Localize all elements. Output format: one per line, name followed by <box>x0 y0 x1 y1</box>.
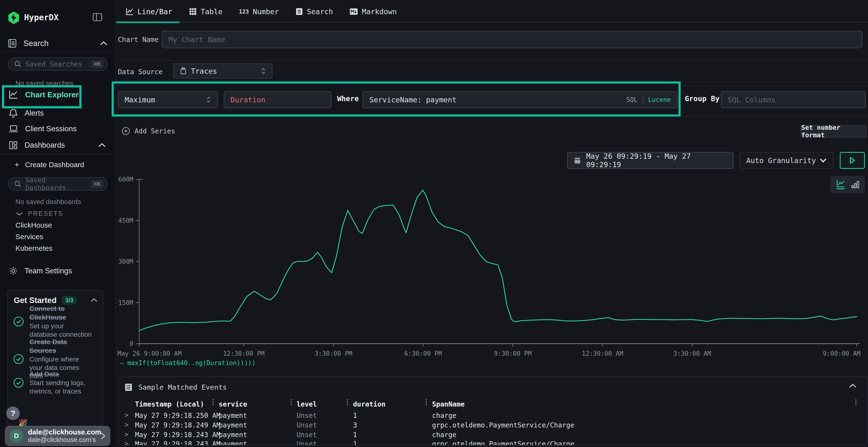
get-started-item-title: Add Data <box>29 370 94 379</box>
add-series-button[interactable]: Add Series <box>122 127 175 135</box>
get-started-item[interactable]: Add Data Start sending logs, metrics, or… <box>13 370 97 396</box>
chart-name-input[interactable] <box>162 31 863 48</box>
cell-duration: 1 <box>353 440 357 446</box>
cell-level: Unset <box>297 440 317 446</box>
cell-duration: 1 <box>353 431 357 439</box>
column-header-service[interactable]: service <box>219 400 247 408</box>
where-value: ServiceName: payment <box>369 96 457 104</box>
tab-number[interactable]: 123 Number <box>230 0 286 23</box>
sample-events-header[interactable]: Sample Matched Events <box>124 383 227 391</box>
select-updown-icon <box>206 96 211 103</box>
sidebar-item-chart-explorer[interactable]: Chart Explorer <box>8 90 81 100</box>
get-started-item-desc: Set up your database connection <box>29 322 94 339</box>
sidebar-item-label: Client Sessions <box>25 125 77 133</box>
sql-toggle[interactable]: SQL <box>626 96 638 103</box>
date-range-picker[interactable]: May 26 09:29:19 - May 27 09:29:19 <box>567 152 734 169</box>
help-button[interactable]: ? <box>6 407 20 420</box>
tab-line-bar[interactable]: Line/Bar <box>116 0 180 23</box>
svg-text:12:30:00 PM: 12:30:00 PM <box>223 350 265 357</box>
tab-label: Search <box>307 7 333 16</box>
get-started-item-title: Create Data Sources <box>29 338 94 355</box>
column-resize-handle[interactable]: ⋮ <box>423 400 430 405</box>
group-by-input[interactable]: SQL Columns <box>721 91 866 108</box>
column-resize-handle[interactable]: ⋮ <box>210 400 217 405</box>
get-started-item-desc: Start sending logs, metrics, or traces <box>29 379 94 396</box>
svg-text:9:00:00 AM: 9:00:00 AM <box>823 350 861 357</box>
collapse-section-icon[interactable] <box>849 383 857 388</box>
row-expand-chevron[interactable]: > <box>124 431 128 438</box>
data-source-select[interactable]: Traces <box>173 64 273 78</box>
no-saved-searches-text: No saved searches <box>16 79 73 87</box>
sidebar-item-team-settings[interactable]: Team Settings <box>9 266 105 276</box>
dashboards-icon <box>9 141 18 150</box>
tab-table[interactable]: Table <box>180 0 230 23</box>
svg-text:600M: 600M <box>118 176 133 183</box>
cell-timestamp: May 27 9:29:18.249 AM <box>135 421 220 429</box>
saved-dashboards-input[interactable]: Saved Dashboards ⌘K <box>8 177 108 191</box>
svg-text:0: 0 <box>129 340 133 347</box>
row-expand-chevron[interactable]: > <box>124 411 128 419</box>
row-expand-chevron[interactable]: > <box>124 440 128 446</box>
presets-header[interactable]: PRESETS <box>16 210 63 217</box>
sidebar-item-client-sessions[interactable]: Client Sessions <box>9 125 105 133</box>
field-input[interactable]: Duration <box>224 91 331 108</box>
table-options-kebab-icon[interactable]: ⋮ <box>852 400 859 405</box>
chevron-up-icon <box>98 143 106 148</box>
sidebar-item-dashboards[interactable]: Dashboards <box>9 141 106 150</box>
preset-item-kubernetes[interactable]: Kubernetes <box>16 244 52 252</box>
line-chart-icon <box>125 7 133 16</box>
sidebar-section-search[interactable]: Search <box>8 38 108 48</box>
play-icon <box>849 157 856 164</box>
get-started-card: Get Started 3/3 Connect to ClickHouse Se… <box>7 290 103 426</box>
column-resize-handle[interactable]: ⋮ <box>344 400 351 405</box>
chevron-up-icon <box>100 41 108 46</box>
preset-item-clickhouse[interactable]: ClickHouse <box>16 221 52 229</box>
cell-timestamp: May 27 9:29:18.243 AM <box>135 440 220 446</box>
get-started-title: Get Started <box>14 296 57 305</box>
cell-service: payment <box>219 440 247 446</box>
tab-search[interactable]: Search <box>286 0 340 23</box>
svg-text:300M: 300M <box>118 258 133 265</box>
search-icon <box>14 61 22 68</box>
get-started-header[interactable]: Get Started 3/3 <box>14 296 98 305</box>
check-circle-icon <box>13 316 24 327</box>
cell-duration: 1 <box>353 412 357 419</box>
column-header-timestamp[interactable]: Timestamp (Local) <box>135 400 204 408</box>
where-input[interactable]: ServiceName: payment SQL | Lucene <box>363 91 678 108</box>
hyperdx-logo-icon <box>8 11 20 24</box>
list-icon <box>124 383 133 391</box>
sidebar-item-label: Dashboards <box>25 141 65 149</box>
table-icon <box>189 7 197 16</box>
aggregation-select[interactable]: Maximum <box>118 91 218 108</box>
user-menu[interactable]: D dale@clickhouse.com dale@clickhouse.co… <box>5 426 111 446</box>
column-header-duration[interactable]: duration <box>353 400 385 408</box>
cell-service: payment <box>219 421 247 429</box>
create-dashboard-button[interactable]: + Create Dashboard <box>14 160 101 169</box>
sidebar: HyperDX Search Sav <box>0 0 116 447</box>
tab-label: Table <box>201 7 222 16</box>
collapse-sidebar-icon[interactable] <box>93 13 102 21</box>
gear-icon <box>9 266 18 276</box>
saved-searches-input[interactable]: Saved Searches ⌘K <box>8 57 108 71</box>
set-number-format-button[interactable]: Set number format <box>801 125 867 138</box>
create-dashboard-label: Create Dashboard <box>25 161 84 169</box>
user-email: dale@clickhouse.com <box>28 428 95 436</box>
tab-markdown[interactable]: Markdown <box>340 0 404 23</box>
lucene-toggle[interactable]: Lucene <box>648 96 671 103</box>
column-header-spanname[interactable]: SpanName <box>432 400 465 408</box>
get-started-item[interactable]: Connect to ClickHouse Set up your databa… <box>13 304 97 339</box>
timeseries-chart[interactable]: 0150M300M450M600MMay 26 9:00:00 AM12:30:… <box>116 169 868 359</box>
legend-swatch: — <box>120 359 124 367</box>
preset-item-services[interactable]: Services <box>16 233 43 241</box>
column-resize-handle[interactable]: ⋮ <box>288 400 294 405</box>
granularity-select[interactable]: Auto Granularity <box>740 152 834 169</box>
divider <box>683 116 868 116</box>
column-header-level[interactable]: level <box>297 400 317 408</box>
user-org: dale@clickhouse.com's <box>28 436 95 444</box>
calendar-icon <box>574 157 581 164</box>
row-expand-chevron[interactable]: > <box>124 421 128 429</box>
run-query-button[interactable] <box>840 152 865 169</box>
cell-timestamp: May 27 9:29:18.243 AM <box>135 431 220 439</box>
sidebar-item-alerts[interactable]: Alerts <box>9 108 105 118</box>
cell-service: payment <box>219 431 247 439</box>
